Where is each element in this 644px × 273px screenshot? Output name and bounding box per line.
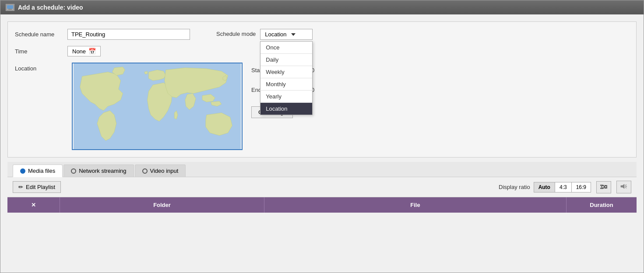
th-file: File bbox=[264, 197, 567, 213]
th-delete: ✕ bbox=[7, 197, 60, 213]
ratio-16-9-button[interactable]: 16:9 bbox=[572, 182, 591, 192]
dropdown-item-monthly[interactable]: Monthly bbox=[260, 78, 312, 91]
schedule-mode-dropdown[interactable]: Location bbox=[260, 29, 313, 40]
chevron-down-icon bbox=[291, 33, 296, 36]
display-ratio-label: Display ratio bbox=[499, 184, 530, 190]
tab-media-files[interactable]: Media files bbox=[13, 164, 63, 177]
map-container[interactable] bbox=[72, 63, 243, 150]
svg-line-10 bbox=[625, 187, 626, 188]
media-files-radio bbox=[20, 168, 25, 174]
main-content: Schedule name Schedule mode Location Onc… bbox=[0, 14, 644, 220]
top-row: Schedule name Schedule mode Location Onc… bbox=[15, 29, 629, 40]
shuffle-icon bbox=[600, 184, 607, 189]
volume-icon bbox=[620, 183, 627, 189]
dropdown-item-once[interactable]: Once bbox=[260, 42, 312, 54]
network-streaming-radio bbox=[71, 168, 76, 174]
time-row: Time None 📅 bbox=[15, 46, 629, 56]
toolbar: ✏ Edit Playlist Display ratio Auto 4:3 1… bbox=[7, 177, 637, 197]
duration-header-label: Duration bbox=[590, 202, 613, 208]
folder-header-label: Folder bbox=[153, 202, 171, 208]
table-header: ✕ Folder File Duration bbox=[7, 197, 637, 213]
tab-video-input[interactable]: Video input bbox=[135, 164, 186, 177]
schedule-name-group: Schedule name bbox=[15, 29, 190, 40]
location-row: Location bbox=[15, 63, 629, 150]
edit-playlist-icon: ✏ bbox=[18, 184, 23, 190]
world-map bbox=[73, 63, 242, 149]
th-folder: Folder bbox=[60, 197, 264, 213]
volume-button[interactable] bbox=[616, 181, 631, 193]
dropdown-item-location[interactable]: Location bbox=[260, 103, 312, 115]
dropdown-item-yearly[interactable]: Yearly bbox=[260, 91, 312, 103]
shuffle-button[interactable] bbox=[596, 181, 611, 193]
time-text: None bbox=[72, 48, 86, 55]
svg-marker-8 bbox=[621, 184, 624, 189]
th-duration: Duration bbox=[567, 197, 637, 213]
tab-video-input-label: Video input bbox=[150, 168, 179, 174]
edit-playlist-button[interactable]: ✏ Edit Playlist bbox=[13, 181, 61, 193]
tabs-bar: Media files Network streaming Video inpu… bbox=[7, 162, 637, 177]
tab-media-files-label: Media files bbox=[28, 168, 55, 174]
location-label: Location bbox=[15, 63, 63, 72]
dropdown-container: Location Once Daily Weekly Monthly Yearl… bbox=[260, 29, 313, 40]
dropdown-menu: Once Daily Weekly Monthly Yearly Locatio… bbox=[260, 41, 313, 115]
title-bar: Add a schedule: video bbox=[0, 0, 644, 14]
time-label: Time bbox=[15, 48, 63, 55]
ratio-4-3-button[interactable]: 4:3 bbox=[555, 182, 572, 192]
edit-playlist-label: Edit Playlist bbox=[26, 184, 55, 190]
tabs-section: Media files Network streaming Video inpu… bbox=[7, 162, 637, 213]
calendar-icon[interactable]: 📅 bbox=[88, 48, 96, 55]
ratio-buttons: Auto 4:3 16:9 bbox=[534, 182, 591, 192]
display-ratio-group: Display ratio Auto 4:3 16:9 bbox=[499, 181, 631, 193]
schedule-name-label: Schedule name bbox=[15, 31, 63, 38]
schedule-name-input[interactable] bbox=[67, 29, 190, 40]
schedule-mode-label: Schedule mode bbox=[216, 29, 256, 37]
dropdown-value: Location bbox=[265, 31, 286, 38]
video-input-radio bbox=[142, 168, 148, 174]
title-icon bbox=[6, 4, 14, 11]
tab-network-streaming-label: Network streaming bbox=[79, 168, 126, 174]
svg-rect-2 bbox=[8, 9, 12, 10]
time-value-display: None 📅 bbox=[67, 46, 101, 56]
window: Add a schedule: video Schedule name Sche… bbox=[0, 0, 644, 273]
schedule-mode-group: Schedule mode Location Once Daily Weekly… bbox=[216, 29, 313, 40]
svg-line-9 bbox=[625, 185, 626, 186]
dropdown-item-weekly[interactable]: Weekly bbox=[260, 66, 312, 78]
dropdown-item-daily[interactable]: Daily bbox=[260, 54, 312, 66]
file-header-label: File bbox=[410, 202, 420, 208]
form-section: Schedule name Schedule mode Location Onc… bbox=[7, 21, 637, 158]
window-title: Add a schedule: video bbox=[18, 4, 83, 11]
svg-rect-1 bbox=[7, 5, 13, 9]
ratio-auto-button[interactable]: Auto bbox=[534, 182, 555, 192]
tab-network-streaming[interactable]: Network streaming bbox=[63, 164, 134, 177]
delete-icon: ✕ bbox=[31, 202, 36, 208]
